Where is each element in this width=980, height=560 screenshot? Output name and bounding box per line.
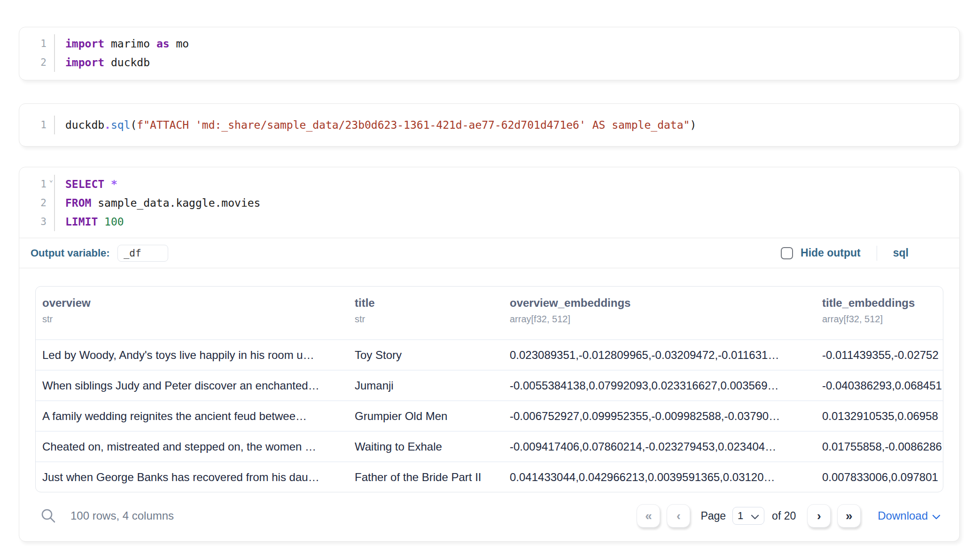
next-page-button[interactable]: › xyxy=(807,504,831,528)
page-label: Page xyxy=(700,510,726,522)
hide-output-checkbox[interactable] xyxy=(781,247,793,259)
cell-title-embeddings: 0.0132910535,0.06958 xyxy=(816,410,943,423)
code-line[interactable]: FROM sample_data.kaggle.movies xyxy=(65,194,260,212)
code-editor[interactable]: duckdb.sql(f"ATTACH 'md:_share/sample_da… xyxy=(55,116,696,134)
line-number-gutter: 1⌄ 2 3 xyxy=(19,175,55,231)
output-variable-input[interactable] xyxy=(117,245,168,262)
code-editor[interactable]: import marimo as mo import duckdb xyxy=(55,34,189,72)
cell-title-embeddings: -0.011439355,-0.02752 xyxy=(816,349,943,362)
table-footer: 100 rows, 4 columns « ‹ Page 1 of 20 › » xyxy=(40,504,941,528)
page-number-value: 1 xyxy=(738,510,747,522)
sql-editor[interactable]: SELECT * FROM sample_data.kaggle.movies … xyxy=(55,175,260,231)
column-type: str xyxy=(42,314,339,325)
cell-title: Jumanji xyxy=(348,379,503,392)
chevron-down-icon xyxy=(751,514,759,520)
line-number: 3 xyxy=(19,212,47,231)
language-badge: sql xyxy=(893,247,909,259)
cell-title: Father of the Bride Part II xyxy=(348,471,503,484)
table-row[interactable]: A family wedding reignites the ancient f… xyxy=(36,400,943,431)
output-variable-bar: Output variable: Hide output sql xyxy=(19,238,959,268)
line-number: 1⌄ xyxy=(19,175,47,194)
cell-title: Waiting to Exhale xyxy=(348,440,503,453)
cell-overview: Cheated on, mistreated and stepped on, t… xyxy=(36,440,348,453)
line-number: 1 xyxy=(19,116,47,134)
pagination: « ‹ Page 1 of 20 › » Download xyxy=(637,504,941,528)
column-header-title-embeddings[interactable]: title_embeddings xyxy=(822,296,943,310)
page-number-select[interactable]: 1 xyxy=(732,507,764,525)
first-page-button[interactable]: « xyxy=(637,504,660,528)
code-line[interactable]: import marimo as mo xyxy=(65,34,189,53)
column-header-title[interactable]: title xyxy=(355,296,494,310)
hide-output-label[interactable]: Hide output xyxy=(801,247,861,259)
cell-overview: A family wedding reignites the ancient f… xyxy=(36,410,348,423)
line-number: 2 xyxy=(19,194,47,212)
divider xyxy=(877,246,877,261)
cell-title-embeddings: 0.007833006,0.097801 xyxy=(816,471,943,484)
code-line[interactable]: duckdb.sql(f"ATTACH 'md:_share/sample_da… xyxy=(65,116,696,134)
cell-overview: Led by Woody, Andy's toys live happily i… xyxy=(36,349,348,362)
cell-overview-embeddings: -0.0055384138,0.07992093,0.023316627,0.0… xyxy=(503,379,816,392)
table-row[interactable]: Just when George Banks has recovered fro… xyxy=(36,461,943,492)
prev-page-button[interactable]: ‹ xyxy=(667,504,690,528)
column-header-overview[interactable]: overview xyxy=(42,296,339,310)
table-header-row: overview str title str overview_embeddin… xyxy=(36,287,943,339)
cell-overview-embeddings: 0.041433044,0.042966213,0.0039591365,0.0… xyxy=(503,471,816,484)
line-number-gutter: 1 2 xyxy=(19,34,55,72)
column-type: str xyxy=(355,314,494,325)
cell-title: Grumpier Old Men xyxy=(348,410,503,423)
cell-overview-embeddings: -0.006752927,0.099952355,-0.009982588,-0… xyxy=(503,410,816,423)
cell-title: Toy Story xyxy=(348,349,503,362)
code-line[interactable]: import duckdb xyxy=(65,53,189,72)
table-row[interactable]: When siblings Judy and Peter discover an… xyxy=(36,370,943,400)
code-cell-attach: 1 duckdb.sql(f"ATTACH 'md:_share/sample_… xyxy=(19,103,960,147)
line-number: 1 xyxy=(19,34,47,53)
column-type: array[f32, 512] xyxy=(510,314,806,325)
marimo-notebook: 1 2 import marimo as mo import duckdb 1 … xyxy=(0,0,980,560)
table-row[interactable]: Led by Woody, Andy's toys live happily i… xyxy=(36,339,943,370)
results-table: overview str title str overview_embeddin… xyxy=(35,286,943,492)
cell-overview-embeddings: 0.023089351,-0.012809965,-0.03209472,-0.… xyxy=(503,349,816,362)
row-count-summary: 100 rows, 4 columns xyxy=(70,509,174,522)
cell-title-embeddings: 0.01755858,-0.0086286 xyxy=(816,440,943,453)
fold-chevron-icon[interactable]: ⌄ xyxy=(49,176,53,183)
output-variable-label: Output variable: xyxy=(31,247,110,259)
line-number: 2 xyxy=(19,53,47,72)
chevron-down-icon xyxy=(932,514,941,520)
table-row[interactable]: Cheated on, mistreated and stepped on, t… xyxy=(36,431,943,461)
download-button[interactable]: Download xyxy=(878,509,941,522)
last-page-button[interactable]: » xyxy=(837,504,861,528)
cell-overview-embeddings: -0.009417406,0.07860214,-0.023279453,0.0… xyxy=(503,440,816,453)
code-line[interactable]: SELECT * xyxy=(65,175,260,194)
code-line[interactable]: LIMIT 100 xyxy=(65,212,260,231)
search-icon[interactable] xyxy=(40,508,56,524)
column-type: array[f32, 512] xyxy=(822,314,943,325)
column-header-overview-embeddings[interactable]: overview_embeddings xyxy=(510,296,806,310)
cell-title-embeddings: -0.040386293,0.068451 xyxy=(816,379,943,392)
cell-overview: Just when George Banks has recovered fro… xyxy=(36,471,348,484)
code-cell-imports: 1 2 import marimo as mo import duckdb xyxy=(19,27,960,80)
sql-cell: 1⌄ 2 3 SELECT * FROM sample_data.kaggle.… xyxy=(19,167,960,542)
line-number-gutter: 1 xyxy=(19,116,55,134)
cell-overview: When siblings Judy and Peter discover an… xyxy=(36,379,348,392)
page-total-label: of 20 xyxy=(772,510,796,522)
download-label: Download xyxy=(878,509,928,522)
